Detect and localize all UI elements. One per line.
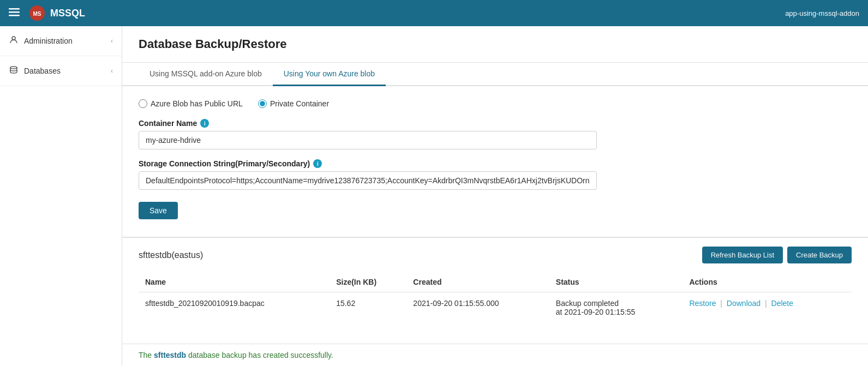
sidebar-databases-label: Databases bbox=[24, 67, 105, 75]
container-name-label: Container Name i bbox=[139, 119, 852, 128]
svg-rect-2 bbox=[9, 15, 20, 16]
svg-point-5 bbox=[12, 37, 15, 40]
form-area: Azure Blob has Public URL Private Contai… bbox=[122, 86, 868, 232]
administration-icon bbox=[9, 35, 19, 47]
brand-logo: MS MSSQL bbox=[28, 4, 85, 22]
tab-own-blob[interactable]: Using Your own Azure blob bbox=[273, 63, 386, 86]
content-area: Using MSSQL add-on Azure blob Using Your… bbox=[122, 63, 868, 344]
storage-connection-info-icon[interactable]: i bbox=[313, 159, 322, 168]
svg-point-6 bbox=[10, 67, 17, 69]
tab-mssql-blob[interactable]: Using MSSQL add-on Azure blob bbox=[139, 63, 273, 86]
app-body: Administration ‹ Databases ‹ Database Ba… bbox=[0, 26, 868, 366]
row-status: Backup completedat 2021-09-20 01:15:55 bbox=[549, 292, 683, 323]
backup-table: Name Size(In KB) Created Status Actions … bbox=[139, 272, 852, 323]
navbar: MS MSSQL app-using-mssql-addon bbox=[0, 0, 868, 26]
page-title: Database Backup/Restore bbox=[139, 37, 852, 51]
radio-private-container-label: Private Container bbox=[270, 99, 329, 108]
brand-name: MSSQL bbox=[50, 8, 85, 19]
svg-rect-1 bbox=[9, 11, 20, 13]
separator-2: | bbox=[765, 299, 767, 308]
backup-action-buttons: Refresh Backup List Create Backup bbox=[702, 247, 852, 263]
hamburger-icon[interactable] bbox=[9, 7, 20, 20]
storage-connection-group: Storage Connection String(Primary/Second… bbox=[139, 159, 852, 190]
status-db-name: sfttestdb bbox=[154, 351, 186, 359]
container-name-group: Container Name i bbox=[139, 119, 852, 149]
row-size: 15.62 bbox=[330, 292, 406, 323]
create-backup-button[interactable]: Create Backup bbox=[787, 247, 852, 263]
radio-group: Azure Blob has Public URL Private Contai… bbox=[139, 99, 852, 108]
radio-public-url[interactable]: Azure Blob has Public URL bbox=[139, 99, 243, 108]
col-actions: Actions bbox=[683, 272, 852, 292]
main-content: Database Backup/Restore Using MSSQL add-… bbox=[122, 26, 868, 366]
delete-link[interactable]: Delete bbox=[771, 299, 793, 308]
row-name: sfttestdb_20210920010919.bacpac bbox=[139, 292, 330, 323]
radio-private-container[interactable]: Private Container bbox=[258, 99, 329, 108]
page-header: Database Backup/Restore bbox=[122, 26, 868, 63]
databases-chevron-icon: ‹ bbox=[111, 67, 113, 75]
container-name-input[interactable] bbox=[139, 131, 597, 149]
container-name-info-icon[interactable]: i bbox=[200, 119, 209, 128]
refresh-backup-list-button[interactable]: Refresh Backup List bbox=[702, 247, 783, 263]
databases-icon bbox=[9, 65, 19, 77]
status-message: The sfttestdb database backup has create… bbox=[139, 351, 333, 359]
radio-public-url-label: Azure Blob has Public URL bbox=[151, 99, 243, 108]
col-name: Name bbox=[139, 272, 330, 292]
backup-section: sfttestdb(eastus) Refresh Backup List Cr… bbox=[122, 238, 868, 332]
backup-table-head: Name Size(In KB) Created Status Actions bbox=[139, 272, 852, 292]
save-button[interactable]: Save bbox=[139, 202, 178, 219]
status-suffix: database backup has created successfully… bbox=[186, 351, 333, 359]
svg-rect-0 bbox=[9, 8, 20, 10]
separator-1: | bbox=[720, 299, 722, 308]
radio-public-url-input[interactable] bbox=[139, 99, 147, 108]
storage-connection-input[interactable] bbox=[139, 171, 597, 190]
backup-table-body: sfttestdb_20210920010919.bacpac 15.62 20… bbox=[139, 292, 852, 323]
row-created: 2021-09-20 01:15:55.000 bbox=[406, 292, 549, 323]
tabs-bar: Using MSSQL add-on Azure blob Using Your… bbox=[122, 63, 868, 86]
col-created: Created bbox=[406, 272, 549, 292]
sidebar: Administration ‹ Databases ‹ bbox=[0, 26, 122, 366]
sidebar-item-administration[interactable]: Administration ‹ bbox=[0, 26, 122, 56]
row-actions: Restore | Download | Delete bbox=[683, 292, 852, 323]
sidebar-administration-label: Administration bbox=[24, 37, 105, 45]
col-size: Size(In KB) bbox=[330, 272, 406, 292]
table-row: sfttestdb_20210920010919.bacpac 15.62 20… bbox=[139, 292, 852, 323]
status-prefix: The bbox=[139, 351, 154, 359]
storage-connection-label: Storage Connection String(Primary/Second… bbox=[139, 159, 852, 168]
download-link[interactable]: Download bbox=[727, 299, 761, 308]
backup-section-header: sfttestdb(eastus) Refresh Backup List Cr… bbox=[139, 247, 852, 263]
status-bar: The sfttestdb database backup has create… bbox=[122, 344, 868, 366]
sidebar-item-databases[interactable]: Databases ‹ bbox=[0, 56, 122, 86]
radio-private-container-input[interactable] bbox=[258, 99, 267, 108]
restore-link[interactable]: Restore bbox=[689, 299, 716, 308]
app-name: app-using-mssql-addon bbox=[785, 9, 859, 17]
col-status: Status bbox=[549, 272, 683, 292]
administration-chevron-icon: ‹ bbox=[111, 37, 113, 45]
svg-text:MS: MS bbox=[33, 11, 41, 17]
mssql-logo-icon: MS bbox=[28, 4, 46, 22]
backup-db-name: sfttestdb(eastus) bbox=[139, 250, 203, 260]
